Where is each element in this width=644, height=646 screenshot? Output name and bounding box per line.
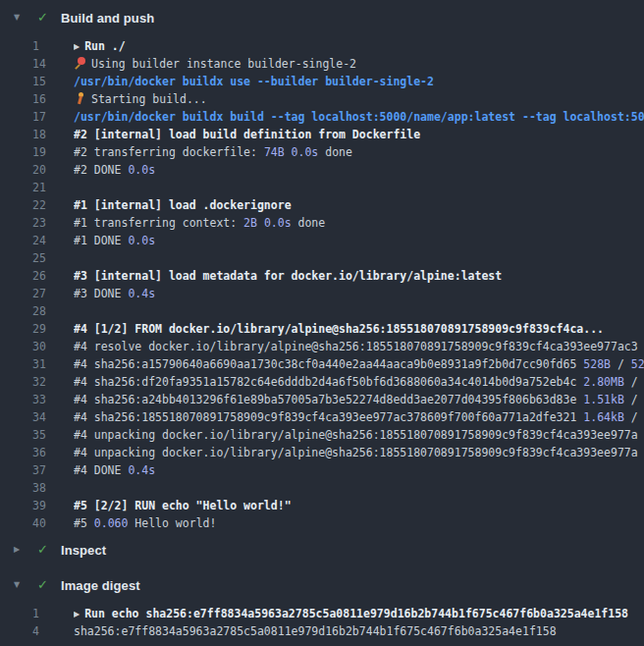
log-line: 1 ▶Run echo sha256:e7ff8834a5963a2785c5a… [0, 605, 644, 622]
line-text: #1 [internal] load .dockerignore [74, 196, 644, 214]
line-number[interactable]: 33 [32, 391, 74, 408]
line-number[interactable]: 14 [32, 55, 74, 73]
line-text: #4 unpacking docker.io/library/alpine@sh… [74, 444, 644, 461]
log-line: 33 #4 sha256:a24bb4013296f61e89ba57005a7… [0, 391, 644, 408]
line-text: Starting build... [74, 90, 644, 108]
line-number[interactable]: 29 [32, 320, 74, 338]
line-number[interactable]: 16 [32, 90, 74, 108]
log-line: 15 /usr/bin/docker buildx use --builder … [0, 73, 644, 90]
line-text: #4 sha256:185518070891758909c9f839cf4ca3… [74, 408, 644, 426]
step-title: Image digest [61, 578, 140, 593]
line-number[interactable]: 4 [32, 622, 74, 640]
line-text: #4 [1/2] FROM docker.io/library/alpine@s… [74, 320, 644, 338]
line-number[interactable]: 22 [32, 196, 74, 214]
log-line: 4 sha256:e7ff8834a5963a2785c5a0811e979d1… [0, 622, 644, 640]
line-text: #3 DONE 0.4s [74, 285, 644, 302]
log-lines: 1 ▶Run ./ 14 Using builder instance buil… [0, 37, 644, 532]
log-line: 38 [0, 479, 644, 497]
line-number[interactable]: 21 [32, 179, 74, 196]
line-number[interactable]: 31 [32, 355, 74, 373]
log-line: 36 #4 unpacking docker.io/library/alpine… [0, 444, 644, 461]
line-number[interactable]: 36 [32, 444, 74, 461]
log-line: 18 #2 [internal] load build definition f… [0, 126, 644, 143]
log-line: 32 #4 sha256:df20fa9351a15782c64e6dddb2d… [0, 373, 644, 391]
line-text: /usr/bin/docker buildx build --tag local… [74, 108, 644, 126]
line-text: Using builder instance builder-single-2 [74, 55, 644, 73]
log-line: 40 #5 0.060 Hello world! [0, 514, 644, 532]
log-line: 23 #1 transferring context: 2B 0.0s done [0, 214, 644, 232]
line-number[interactable]: 19 [32, 143, 74, 161]
play-icon[interactable]: ▶ [74, 606, 80, 622]
step-header[interactable]: ▶ ✓ Inspect [0, 536, 644, 564]
line-text: sha256:e7ff8834a5963a2785c5a0811e979d16b… [74, 622, 644, 640]
line-text: #4 sha256:a15790640a6690aa1730c38cf0a440… [74, 355, 644, 373]
step-header[interactable]: ▼ ✓ Image digest [0, 571, 644, 599]
line-text [74, 479, 644, 497]
line-text: #2 [internal] load build definition from… [74, 126, 644, 143]
line-number[interactable]: 27 [32, 285, 74, 302]
line-text [74, 179, 644, 196]
line-number[interactable]: 1 [32, 605, 74, 622]
line-number[interactable]: 15 [32, 73, 74, 90]
play-icon[interactable]: ▶ [74, 38, 80, 55]
log-line: 22 #1 [internal] load .dockerignore [0, 196, 644, 214]
log-line: 27 #3 DONE 0.4s [0, 285, 644, 302]
line-number[interactable]: 23 [32, 214, 74, 232]
line-number[interactable]: 17 [32, 108, 74, 126]
line-text: #3 [internal] load metadata for docker.i… [74, 267, 644, 285]
pin-icon [74, 57, 86, 70]
line-number[interactable]: 30 [32, 338, 74, 355]
log-lines: 1 ▶Run echo sha256:e7ff8834a5963a2785c5a… [0, 605, 644, 640]
log-line: 25 [0, 249, 644, 267]
log-line: 34 #4 sha256:185518070891758909c9f839cf4… [0, 408, 644, 426]
line-number[interactable]: 32 [32, 373, 74, 391]
line-number[interactable]: 37 [32, 461, 74, 479]
workflow-log-viewer: ▼ ✓ Build and push 1 ▶Run ./ 14 Using bu… [0, 4, 644, 640]
line-number[interactable]: 39 [32, 497, 74, 514]
line-text [74, 302, 644, 320]
line-number[interactable]: 25 [32, 249, 74, 267]
log-line: 21 [0, 179, 644, 196]
triangle-right-icon: ▶ [14, 536, 26, 564]
log-line: 20 #2 DONE 0.0s [0, 161, 644, 179]
line-text: #4 resolve docker.io/library/alpine@sha2… [74, 338, 644, 355]
line-number[interactable]: 40 [32, 514, 74, 532]
line-number[interactable]: 1 [32, 37, 74, 55]
line-number[interactable]: 26 [32, 267, 74, 285]
log-line: 29 #4 [1/2] FROM docker.io/library/alpin… [0, 320, 644, 338]
line-number[interactable]: 20 [32, 161, 74, 179]
log-step-section: ▼ ✓ Image digest 1 ▶Run echo sha256:e7ff… [0, 571, 644, 640]
line-text: #5 [2/2] RUN echo "Hello world!" [74, 497, 644, 514]
log-line: 39 #5 [2/2] RUN echo "Hello world!" [0, 497, 644, 514]
line-text: #4 sha256:a24bb4013296f61e89ba57005a7b3e… [74, 391, 644, 408]
check-icon: ✓ [37, 571, 53, 599]
step-title: Build and push [61, 11, 154, 26]
line-text: #5 0.060 Hello world! [74, 514, 644, 532]
triangle-down-icon: ▼ [14, 4, 26, 31]
log-line: 14 Using builder instance builder-single… [0, 55, 644, 73]
line-number[interactable]: 35 [32, 426, 74, 444]
log-line: 37 #4 DONE 0.4s [0, 461, 644, 479]
line-text: #4 sha256:df20fa9351a15782c64e6dddb2d4a6… [74, 373, 644, 391]
log-line: 31 #4 sha256:a15790640a6690aa1730c38cf0a… [0, 355, 644, 373]
line-number[interactable]: 18 [32, 126, 74, 143]
check-icon: ✓ [37, 4, 53, 31]
runner-icon [74, 92, 86, 105]
line-text: #1 DONE 0.0s [74, 232, 644, 249]
log-line: 28 [0, 302, 644, 320]
log-step-section: ▶ ✓ Inspect [0, 536, 644, 564]
log-line: 26 #3 [internal] load metadata for docke… [0, 267, 644, 285]
log-line: 16 Starting build... [0, 90, 644, 108]
log-line: 24 #1 DONE 0.0s [0, 232, 644, 249]
line-text [74, 249, 644, 267]
line-number[interactable]: 34 [32, 408, 74, 426]
line-number[interactable]: 28 [32, 302, 74, 320]
log-line: 1 ▶Run ./ [0, 37, 644, 55]
line-number[interactable]: 24 [32, 232, 74, 249]
line-text: #2 transferring dockerfile: 74B 0.0s don… [74, 143, 644, 161]
line-text: ▶Run echo sha256:e7ff8834a5963a2785c5a08… [74, 605, 644, 622]
line-number[interactable]: 38 [32, 479, 74, 497]
step-header[interactable]: ▼ ✓ Build and push [0, 4, 644, 31]
line-text: #2 DONE 0.0s [74, 161, 644, 179]
line-text: /usr/bin/docker buildx use --builder bui… [74, 73, 644, 90]
